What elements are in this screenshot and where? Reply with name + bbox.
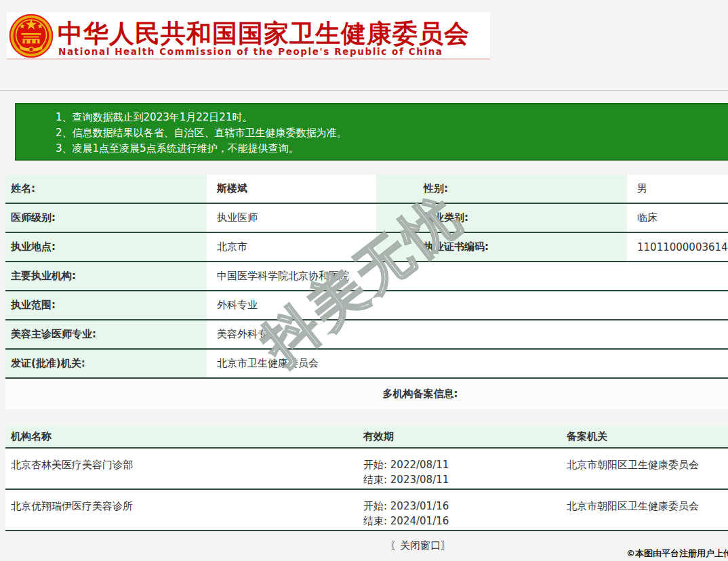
record-authority: 北京市朝阳区卫生健康委员会 <box>561 449 728 489</box>
multi-institution-section-title: 多机构备案信息: <box>5 379 728 409</box>
main-org-value: 中国医学科学院北京协和医院 <box>207 262 728 290</box>
issuer-label: 发证(批准)机关: <box>5 350 207 377</box>
validity-end: 结束: 2024/01/16 <box>363 514 561 528</box>
institution-name: 北京杏林美医疗美容门诊部 <box>5 449 358 489</box>
validity-period: 开始: 2023/01/16 结束: 2024/01/16 <box>358 490 561 530</box>
column-header-authority: 备案机关 <box>561 425 728 447</box>
cosmetic-specialty-label: 美容主诊医师专业: <box>5 320 207 348</box>
table-row: 医师级别: 执业医师 执业类别: 临床 <box>5 204 728 233</box>
level-label: 医师级别: <box>5 204 207 232</box>
level-value: 执业医师 <box>207 204 376 232</box>
institutions-table-header: 机构名称 有效期 备案机关 <box>5 425 728 449</box>
validity-start: 开始: 2023/01/16 <box>363 499 561 514</box>
gender-label: 性别: <box>376 175 627 203</box>
location-value: 北京市 <box>207 233 376 261</box>
institutions-table: 机构名称 有效期 备案机关 北京杏林美医疗美容门诊部 开始: 2022/08/1… <box>5 425 728 531</box>
national-emblem-icon <box>9 14 54 58</box>
validity-end: 结束: 2023/08/11 <box>363 472 561 487</box>
table-row: 北京优翔瑞伊医疗美容诊所 开始: 2023/01/16 结束: 2024/01/… <box>5 490 728 531</box>
table-row: 发证(批准)机关: 北京市卫生健康委员会 <box>5 350 728 379</box>
certificate-number-label: 执业证书编码: <box>376 233 627 261</box>
main-org-label: 主要执业机构: <box>5 262 207 290</box>
query-notice-box: 1、查询数据截止到2023年1月22日21时。 2、信息数据结果以各省、自治区、… <box>15 103 728 161</box>
upload-copyright-note: ©本图由平台注册用户上传 <box>626 547 728 560</box>
cosmetic-specialty-value: 美容外科专业 <box>207 320 728 348</box>
location-label: 执业地点: <box>5 233 207 261</box>
category-value: 临床 <box>627 204 728 232</box>
notice-line-3: 3、凌晨1点至凌晨5点系统进行维护，不能提供查询。 <box>56 141 728 157</box>
table-row: 姓名: 斯楼斌 性别: 男 <box>5 175 728 204</box>
scope-label: 执业范围: <box>5 291 207 319</box>
record-authority: 北京市朝阳区卫生健康委员会 <box>561 490 728 530</box>
table-row: 执业地点: 北京市 执业证书编码: 110110000036142 <box>5 233 728 262</box>
validity-period: 开始: 2022/08/11 结束: 2023/08/11 <box>358 449 561 489</box>
query-result-window: 中华人民共和国国家卫生健康委员会 National Health Commiss… <box>0 0 728 561</box>
column-header-validity: 有效期 <box>358 425 561 447</box>
site-header: 中华人民共和国国家卫生健康委员会 National Health Commiss… <box>7 12 490 60</box>
page: 中华人民共和国国家卫生健康委员会 National Health Commiss… <box>0 0 728 561</box>
notice-line-1: 1、查询数据截止到2023年1月22日21时。 <box>56 110 728 125</box>
validity-start: 开始: 2022/08/11 <box>363 457 561 472</box>
doctor-info-table: 姓名: 斯楼斌 性别: 男 医师级别: 执业医师 执业类别: 临床 执业地点: … <box>5 175 728 379</box>
institution-name: 北京优翔瑞伊医疗美容诊所 <box>5 490 358 530</box>
name-value: 斯楼斌 <box>207 175 376 203</box>
table-row: 主要执业机构: 中国医学科学院北京协和医院 <box>5 262 728 291</box>
header-divider <box>0 90 728 91</box>
notice-line-2: 2、信息数据结果以各省、自治区、直辖市卫生健康委数据为准。 <box>56 125 728 141</box>
certificate-number-value: 110110000036142 <box>627 233 728 261</box>
table-row: 美容主诊医师专业: 美容外科专业 <box>5 320 728 350</box>
table-row: 北京杏林美医疗美容门诊部 开始: 2022/08/11 结束: 2023/08/… <box>5 449 728 490</box>
scope-value: 外科专业 <box>207 291 728 319</box>
gender-value: 男 <box>627 175 728 203</box>
issuer-value: 北京市卫生健康委员会 <box>207 350 728 377</box>
name-label: 姓名: <box>5 175 207 203</box>
column-header-institution: 机构名称 <box>5 425 358 447</box>
category-label: 执业类别: <box>376 204 627 232</box>
close-window-link[interactable]: 〖关闭窗口〗 <box>5 539 728 552</box>
site-title-english: National Health Commission of the People… <box>58 46 489 57</box>
table-row: 执业范围: 外科专业 <box>5 291 728 320</box>
